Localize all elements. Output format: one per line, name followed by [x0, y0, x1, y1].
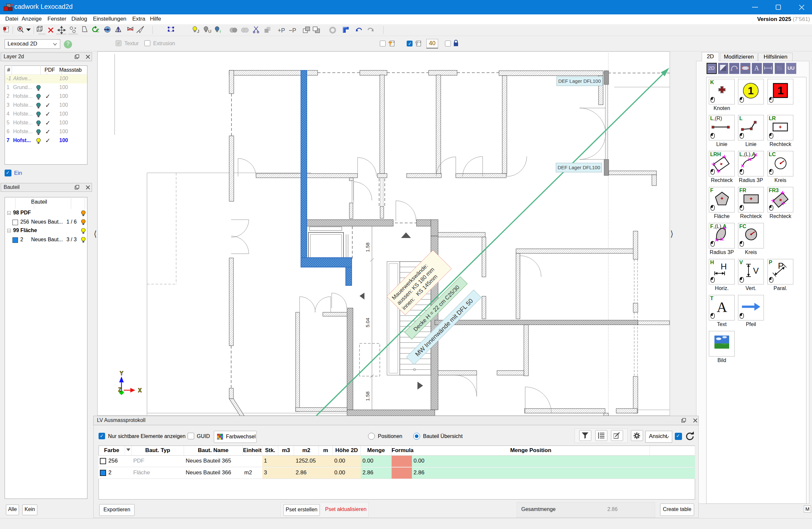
svg-text:2D: 2D [11, 3, 14, 6]
svg-text:1: 1 [748, 85, 754, 97]
svg-text:+P: +P [278, 27, 285, 34]
svg-text:DEF Lager DFL100: DEF Lager DFL100 [557, 165, 600, 170]
svg-text:DEF Lager DFL100: DEF Lager DFL100 [558, 78, 601, 84]
svg-text:X: X [138, 387, 142, 393]
svg-text:A: A [4, 29, 6, 32]
svg-text:A: A [717, 299, 727, 315]
svg-text:V: V [753, 266, 759, 276]
svg-text:P: P [778, 261, 784, 271]
svg-text:i: i [220, 29, 221, 34]
svg-text:Y: Y [120, 370, 124, 376]
svg-text:1.58: 1.58 [365, 243, 370, 252]
svg-text:H: H [721, 262, 727, 271]
svg-text:5.04: 5.04 [365, 318, 370, 327]
svg-text:Z: Z [96, 28, 99, 33]
svg-text:Z: Z [118, 387, 121, 393]
svg-text:UU: UU [787, 65, 795, 71]
svg-text:U: U [208, 29, 211, 34]
svg-text:2D: 2D [708, 65, 714, 71]
svg-text:1.58: 1.58 [365, 392, 370, 401]
svg-text:A: A [754, 64, 759, 72]
svg-text:−P: −P [289, 27, 296, 34]
svg-text:J: J [197, 29, 199, 34]
svg-text:1: 1 [778, 84, 784, 97]
